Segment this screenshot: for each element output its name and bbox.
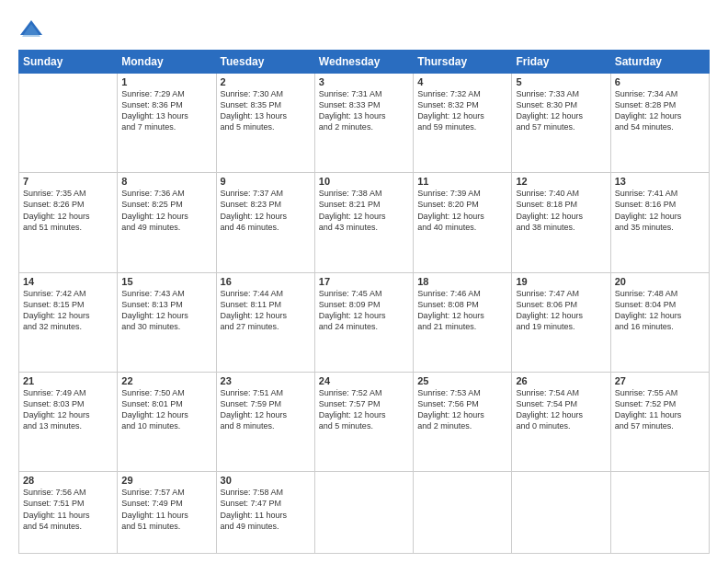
day-info: Sunrise: 7:29 AM Sunset: 8:36 PM Dayligh… bbox=[121, 88, 211, 133]
day-number: 10 bbox=[319, 176, 409, 187]
calendar-table: Sunday Monday Tuesday Wednesday Thursday… bbox=[18, 50, 710, 554]
day-info: Sunrise: 7:40 AM Sunset: 8:18 PM Dayligh… bbox=[516, 188, 606, 233]
table-row: 20Sunrise: 7:48 AM Sunset: 8:04 PM Dayli… bbox=[610, 272, 709, 372]
day-number: 9 bbox=[221, 176, 311, 187]
table-row: 14Sunrise: 7:42 AM Sunset: 8:15 PM Dayli… bbox=[19, 272, 118, 372]
col-sunday: Sunday bbox=[19, 51, 118, 74]
day-number: 22 bbox=[121, 375, 211, 386]
day-info: Sunrise: 7:33 AM Sunset: 8:30 PM Dayligh… bbox=[516, 88, 606, 133]
day-number: 25 bbox=[417, 375, 507, 386]
header bbox=[18, 17, 710, 42]
table-row: 24Sunrise: 7:52 AM Sunset: 7:57 PM Dayli… bbox=[314, 372, 413, 471]
day-number: 28 bbox=[23, 475, 113, 486]
table-row: 22Sunrise: 7:50 AM Sunset: 8:01 PM Dayli… bbox=[118, 372, 216, 471]
day-number: 5 bbox=[516, 76, 606, 87]
table-row: 8Sunrise: 7:36 AM Sunset: 8:25 PM Daylig… bbox=[118, 173, 216, 272]
day-info: Sunrise: 7:42 AM Sunset: 8:15 PM Dayligh… bbox=[23, 288, 113, 333]
page: Sunday Monday Tuesday Wednesday Thursday… bbox=[0, 0, 728, 563]
table-row: 27Sunrise: 7:55 AM Sunset: 7:52 PM Dayli… bbox=[610, 372, 709, 471]
day-info: Sunrise: 7:36 AM Sunset: 8:25 PM Dayligh… bbox=[121, 188, 211, 233]
col-wednesday: Wednesday bbox=[314, 51, 413, 74]
table-row bbox=[19, 74, 118, 173]
day-number: 27 bbox=[615, 375, 705, 386]
day-number: 19 bbox=[516, 276, 606, 287]
day-info: Sunrise: 7:43 AM Sunset: 8:13 PM Dayligh… bbox=[121, 288, 211, 333]
day-info: Sunrise: 7:51 AM Sunset: 7:59 PM Dayligh… bbox=[221, 387, 311, 432]
day-number: 3 bbox=[319, 76, 409, 87]
table-row: 7Sunrise: 7:35 AM Sunset: 8:26 PM Daylig… bbox=[19, 173, 118, 272]
table-row: 23Sunrise: 7:51 AM Sunset: 7:59 PM Dayli… bbox=[216, 372, 314, 471]
day-info: Sunrise: 7:41 AM Sunset: 8:16 PM Dayligh… bbox=[615, 188, 705, 233]
calendar-week-row: 1Sunrise: 7:29 AM Sunset: 8:36 PM Daylig… bbox=[19, 74, 710, 173]
table-row: 2Sunrise: 7:30 AM Sunset: 8:35 PM Daylig… bbox=[216, 74, 314, 173]
table-row: 28Sunrise: 7:56 AM Sunset: 7:51 PM Dayli… bbox=[19, 472, 118, 554]
day-number: 20 bbox=[615, 276, 705, 287]
day-info: Sunrise: 7:50 AM Sunset: 8:01 PM Dayligh… bbox=[121, 387, 211, 432]
table-row: 30Sunrise: 7:58 AM Sunset: 7:47 PM Dayli… bbox=[216, 472, 314, 554]
table-row: 26Sunrise: 7:54 AM Sunset: 7:54 PM Dayli… bbox=[512, 372, 610, 471]
day-number: 1 bbox=[121, 76, 211, 87]
day-info: Sunrise: 7:49 AM Sunset: 8:03 PM Dayligh… bbox=[23, 387, 113, 432]
day-number: 11 bbox=[417, 176, 507, 187]
day-number: 12 bbox=[516, 176, 606, 187]
calendar-week-row: 7Sunrise: 7:35 AM Sunset: 8:26 PM Daylig… bbox=[19, 173, 710, 272]
day-info: Sunrise: 7:38 AM Sunset: 8:21 PM Dayligh… bbox=[319, 188, 409, 233]
day-number: 21 bbox=[23, 375, 113, 386]
day-number: 17 bbox=[319, 276, 409, 287]
table-row: 6Sunrise: 7:34 AM Sunset: 8:28 PM Daylig… bbox=[610, 74, 709, 173]
table-row: 5Sunrise: 7:33 AM Sunset: 8:30 PM Daylig… bbox=[512, 74, 610, 173]
day-number: 15 bbox=[121, 276, 211, 287]
day-number: 29 bbox=[121, 475, 211, 486]
table-row: 4Sunrise: 7:32 AM Sunset: 8:32 PM Daylig… bbox=[414, 74, 512, 173]
table-row: 29Sunrise: 7:57 AM Sunset: 7:49 PM Dayli… bbox=[118, 472, 216, 554]
table-row: 10Sunrise: 7:38 AM Sunset: 8:21 PM Dayli… bbox=[314, 173, 413, 272]
day-info: Sunrise: 7:32 AM Sunset: 8:32 PM Dayligh… bbox=[417, 88, 507, 133]
table-row: 19Sunrise: 7:47 AM Sunset: 8:06 PM Dayli… bbox=[512, 272, 610, 372]
table-row: 17Sunrise: 7:45 AM Sunset: 8:09 PM Dayli… bbox=[314, 272, 413, 372]
day-info: Sunrise: 7:31 AM Sunset: 8:33 PM Dayligh… bbox=[319, 88, 409, 133]
day-info: Sunrise: 7:39 AM Sunset: 8:20 PM Dayligh… bbox=[417, 188, 507, 233]
calendar-week-row: 21Sunrise: 7:49 AM Sunset: 8:03 PM Dayli… bbox=[19, 372, 710, 471]
day-info: Sunrise: 7:44 AM Sunset: 8:11 PM Dayligh… bbox=[221, 288, 311, 333]
day-number: 23 bbox=[221, 375, 311, 386]
col-saturday: Saturday bbox=[610, 51, 709, 74]
day-info: Sunrise: 7:30 AM Sunset: 8:35 PM Dayligh… bbox=[221, 88, 311, 133]
table-row: 1Sunrise: 7:29 AM Sunset: 8:36 PM Daylig… bbox=[118, 74, 216, 173]
day-number: 30 bbox=[221, 475, 311, 486]
day-info: Sunrise: 7:57 AM Sunset: 7:49 PM Dayligh… bbox=[121, 487, 211, 532]
day-info: Sunrise: 7:58 AM Sunset: 7:47 PM Dayligh… bbox=[221, 487, 311, 532]
day-number: 2 bbox=[221, 76, 311, 87]
col-tuesday: Tuesday bbox=[216, 51, 314, 74]
day-number: 24 bbox=[319, 375, 409, 386]
table-row: 9Sunrise: 7:37 AM Sunset: 8:23 PM Daylig… bbox=[216, 173, 314, 272]
day-info: Sunrise: 7:46 AM Sunset: 8:08 PM Dayligh… bbox=[417, 288, 507, 333]
day-info: Sunrise: 7:52 AM Sunset: 7:57 PM Dayligh… bbox=[319, 387, 409, 432]
day-number: 6 bbox=[615, 76, 705, 87]
day-number: 26 bbox=[516, 375, 606, 386]
table-row: 16Sunrise: 7:44 AM Sunset: 8:11 PM Dayli… bbox=[216, 272, 314, 372]
day-number: 13 bbox=[615, 176, 705, 187]
day-info: Sunrise: 7:35 AM Sunset: 8:26 PM Dayligh… bbox=[23, 188, 113, 233]
table-row: 25Sunrise: 7:53 AM Sunset: 7:56 PM Dayli… bbox=[414, 372, 512, 471]
day-info: Sunrise: 7:47 AM Sunset: 8:06 PM Dayligh… bbox=[516, 288, 606, 333]
day-info: Sunrise: 7:48 AM Sunset: 8:04 PM Dayligh… bbox=[615, 288, 705, 333]
day-info: Sunrise: 7:53 AM Sunset: 7:56 PM Dayligh… bbox=[417, 387, 507, 432]
day-number: 4 bbox=[417, 76, 507, 87]
calendar-header-row: Sunday Monday Tuesday Wednesday Thursday… bbox=[19, 51, 710, 74]
table-row: 15Sunrise: 7:43 AM Sunset: 8:13 PM Dayli… bbox=[118, 272, 216, 372]
table-row: 11Sunrise: 7:39 AM Sunset: 8:20 PM Dayli… bbox=[414, 173, 512, 272]
day-number: 8 bbox=[121, 176, 211, 187]
day-number: 16 bbox=[221, 276, 311, 287]
table-row: 3Sunrise: 7:31 AM Sunset: 8:33 PM Daylig… bbox=[314, 74, 413, 173]
calendar-week-row: 28Sunrise: 7:56 AM Sunset: 7:51 PM Dayli… bbox=[19, 472, 710, 554]
day-info: Sunrise: 7:45 AM Sunset: 8:09 PM Dayligh… bbox=[319, 288, 409, 333]
table-row: 13Sunrise: 7:41 AM Sunset: 8:16 PM Dayli… bbox=[610, 173, 709, 272]
day-info: Sunrise: 7:54 AM Sunset: 7:54 PM Dayligh… bbox=[516, 387, 606, 432]
table-row bbox=[314, 472, 413, 554]
day-info: Sunrise: 7:34 AM Sunset: 8:28 PM Dayligh… bbox=[615, 88, 705, 133]
day-info: Sunrise: 7:56 AM Sunset: 7:51 PM Dayligh… bbox=[23, 487, 113, 532]
table-row: 21Sunrise: 7:49 AM Sunset: 8:03 PM Dayli… bbox=[19, 372, 118, 471]
day-number: 7 bbox=[23, 176, 113, 187]
day-info: Sunrise: 7:55 AM Sunset: 7:52 PM Dayligh… bbox=[615, 387, 705, 432]
table-row bbox=[610, 472, 709, 554]
